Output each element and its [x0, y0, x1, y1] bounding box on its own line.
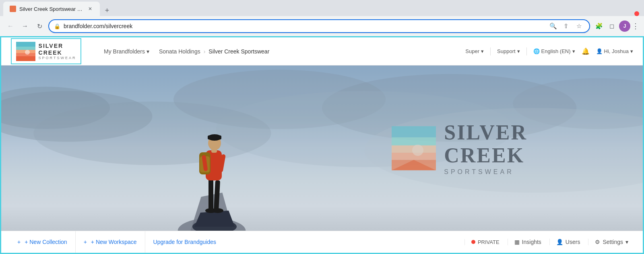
- extensions-icon[interactable]: 🧩: [593, 20, 605, 32]
- svg-rect-1: [16, 47, 35, 50]
- insights-button[interactable]: ▦ Insights: [508, 239, 548, 245]
- svg-rect-31: [208, 135, 221, 139]
- new-collection-label: + New Collection: [23, 239, 67, 245]
- new-workspace-label: + New Workspace: [89, 239, 137, 245]
- language-chevron: ▾: [572, 48, 575, 54]
- hero-brand-name-2: CREEK: [444, 144, 527, 167]
- hero-brand-sub: SPORTSWEAR: [444, 168, 527, 176]
- support-menu[interactable]: Support ▾: [497, 48, 520, 54]
- settings-label: Settings: [603, 239, 623, 245]
- my-brandfolders-chevron: ▾: [147, 48, 149, 55]
- globe-icon: 🌐: [533, 48, 540, 54]
- settings-button[interactable]: ⚙ Settings ▾: [588, 239, 635, 245]
- site-nav: SILVERCREEK SPORTSWEAR My Brandfolders ▾…: [1, 37, 643, 66]
- website-container: SILVERCREEK SPORTSWEAR My Brandfolders ▾…: [0, 36, 644, 254]
- new-collection-button[interactable]: + + New Collection: [9, 231, 76, 253]
- refresh-button[interactable]: ↻: [34, 20, 45, 32]
- hero-logo: SILVER CREEK SPORTSWEAR: [392, 121, 527, 175]
- breadcrumb: Sonata Holdings › Silver Creek Sportswea…: [159, 48, 269, 55]
- new-tab-button[interactable]: +: [101, 5, 113, 16]
- users-icon: 👤: [556, 239, 563, 245]
- svg-rect-19: [208, 178, 213, 211]
- lock-icon: 🔒: [54, 23, 60, 29]
- search-icon[interactable]: 🔍: [547, 20, 559, 32]
- address-bar-icons: 🔍 ⇧ ☆: [547, 20, 584, 32]
- insights-icon: ▦: [514, 239, 520, 245]
- settings-icon: ⚙: [595, 239, 600, 245]
- support-chevron: ▾: [517, 48, 520, 54]
- hero-brand-name-1: SILVER: [444, 121, 527, 143]
- language-menu[interactable]: 🌐 English (EN) ▾: [533, 48, 575, 54]
- window-close[interactable]: [634, 11, 639, 16]
- back-button[interactable]: ←: [5, 20, 16, 32]
- super-label: Super: [465, 48, 479, 54]
- super-menu[interactable]: Super ▾: [465, 48, 484, 54]
- user-avatar[interactable]: J: [619, 20, 630, 32]
- notification-bell[interactable]: 🔔: [582, 47, 590, 55]
- tab-close-button[interactable]: ✕: [87, 6, 93, 12]
- svg-rect-20: [214, 180, 220, 211]
- settings-chevron: ▾: [625, 239, 628, 245]
- bookmark-icon[interactable]: ☆: [573, 20, 584, 32]
- greeting-text: Hi, Joshua: [604, 48, 629, 54]
- new-workspace-icon: +: [84, 239, 87, 245]
- profile-icon[interactable]: ◻: [606, 20, 617, 32]
- svg-rect-33: [392, 137, 436, 145]
- users-label: Users: [566, 239, 580, 245]
- tab-bar: Silver Creek Sportswear Offici... ✕ +: [0, 0, 644, 16]
- bottom-action-bar: + + New Collection + + New Workspace Upg…: [1, 231, 643, 253]
- address-bar[interactable]: 🔒 brandfolder.com/silvercreek 🔍 ⇧ ☆: [48, 19, 590, 33]
- user-icon: 👤: [596, 48, 603, 54]
- nav-right: Super ▾ Support ▾ 🌐 English (EN) ▾ 🔔 👤 H…: [465, 47, 633, 55]
- svg-marker-18: [194, 211, 235, 227]
- bottom-right-actions: PRIVATE ▦ Insights 👤 Users ⚙ Settings ▾: [464, 239, 635, 245]
- tab-title: Silver Creek Sportswear Offici...: [19, 6, 84, 12]
- breadcrumb-separator: ›: [204, 48, 206, 55]
- logo-brand-sub: SPORTSWEAR: [39, 56, 76, 60]
- insights-label: Insights: [522, 239, 541, 245]
- new-collection-icon: +: [17, 239, 21, 245]
- logo-icon: [16, 42, 35, 61]
- nav-center: My Brandfolders ▾ Sonata Holdings › Silv…: [94, 48, 452, 55]
- hero-logo-text: SILVER CREEK SPORTSWEAR: [444, 121, 527, 175]
- nav-divider-1: [490, 47, 491, 55]
- person-silhouette: [174, 94, 255, 231]
- browser-toolbar: ← → ↻ 🔒 brandfolder.com/silvercreek 🔍 ⇧ …: [0, 16, 644, 36]
- svg-point-5: [25, 50, 30, 55]
- window-controls: [634, 11, 644, 16]
- svg-rect-32: [392, 126, 436, 137]
- user-chevron: ▾: [630, 48, 633, 54]
- nav-divider-2: [526, 47, 527, 55]
- logo-brand-name: SILVERCREEK: [39, 43, 76, 56]
- share-icon[interactable]: ⇧: [560, 20, 572, 32]
- private-status: PRIVATE: [464, 239, 506, 245]
- forward-button[interactable]: →: [19, 20, 31, 32]
- svg-rect-0: [16, 42, 35, 47]
- private-dot-icon: [471, 240, 475, 244]
- my-brandfolders-label: My Brandfolders: [104, 48, 145, 55]
- url-text: brandfolder.com/silvercreek: [64, 23, 544, 29]
- hero-clouds-svg: [1, 66, 643, 231]
- browser-toolbar-icons: 🧩 ◻ J ⋮: [593, 20, 639, 32]
- logo-text: SILVERCREEK SPORTSWEAR: [39, 43, 76, 60]
- svg-point-22: [212, 208, 223, 213]
- svg-point-37: [412, 145, 423, 156]
- tab-favicon: [10, 6, 16, 12]
- browser-menu-button[interactable]: ⋮: [632, 22, 639, 31]
- users-button[interactable]: 👤 Users: [549, 239, 587, 245]
- super-chevron: ▾: [481, 48, 484, 54]
- language-label: English (EN): [541, 48, 571, 54]
- user-menu[interactable]: 👤 Hi, Joshua ▾: [596, 48, 633, 54]
- current-brandfolder[interactable]: Silver Creek Sportswear: [208, 48, 269, 55]
- private-label: PRIVATE: [478, 239, 500, 245]
- my-brandfolders-nav[interactable]: My Brandfolders ▾: [104, 48, 149, 55]
- new-workspace-button[interactable]: + + New Workspace: [76, 231, 145, 253]
- org-name[interactable]: Sonata Holdings: [159, 48, 200, 55]
- hero-logo-icon: [392, 126, 436, 170]
- upgrade-label: Upgrade for Brandguides: [153, 239, 216, 245]
- logo-container[interactable]: SILVERCREEK SPORTSWEAR: [11, 38, 81, 64]
- hero-banner: SILVER CREEK SPORTSWEAR: [1, 66, 643, 231]
- support-label: Support: [497, 48, 516, 54]
- active-tab[interactable]: Silver Creek Sportswear Offici... ✕: [3, 2, 100, 16]
- upgrade-brandguides-button[interactable]: Upgrade for Brandguides: [145, 239, 224, 245]
